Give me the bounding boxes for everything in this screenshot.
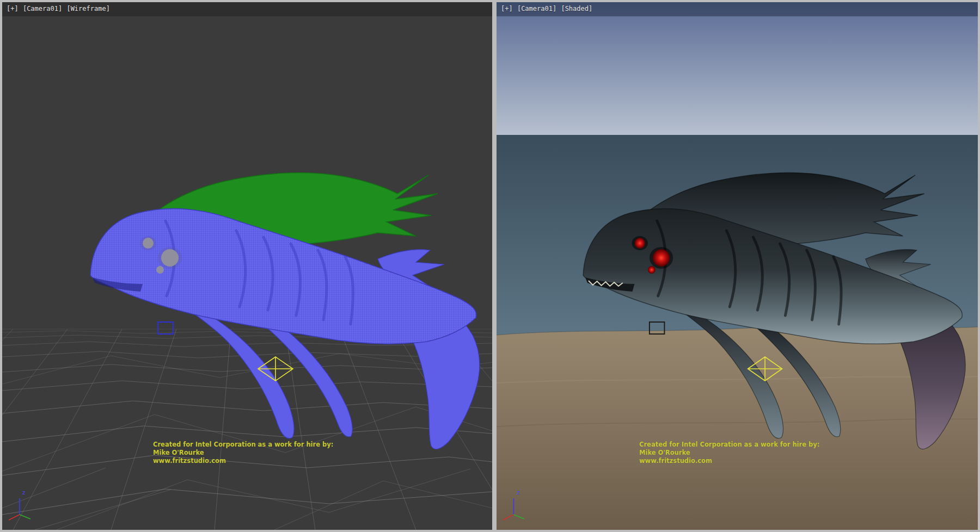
credit-line-2: Mike O'Rourke	[639, 449, 819, 457]
sky	[497, 2, 978, 135]
credit-line-1: Created for Intel Corporation as a work …	[639, 441, 819, 449]
credit-annotation: Created for Intel Corporation as a work …	[153, 441, 333, 465]
viewport-label-bar: [+] [Camera01] [Shaded]	[497, 2, 978, 16]
viewport-shaded[interactable]: [+] [Camera01] [Shaded] Created for Inte…	[497, 2, 978, 530]
credit-line-2: Mike O'Rourke	[153, 449, 333, 457]
credit-line-1: Created for Intel Corporation as a work …	[153, 441, 333, 449]
axis-z-label: z	[517, 490, 519, 496]
viewport-shading-label[interactable]: [Shaded]	[561, 5, 592, 13]
viewport-menu-button[interactable]: [+]	[7, 5, 19, 13]
viewport-shading-label[interactable]: [Wireframe]	[66, 5, 109, 13]
axis-z-label: z	[22, 490, 25, 496]
viewport-divider[interactable]	[492, 0, 497, 532]
viewport-camera-label[interactable]: [Camera01]	[23, 5, 62, 13]
viewport-menu-button[interactable]: [+]	[501, 5, 513, 13]
credit-annotation: Created for Intel Corporation as a work …	[639, 441, 819, 465]
credit-line-3: www.fritzstudio.com	[153, 457, 333, 465]
viewport-wireframe[interactable]: [+] [Camera01] [Wireframe] Created for I…	[2, 2, 492, 530]
viewport-label-bar: [+] [Camera01] [Wireframe]	[2, 2, 492, 16]
credit-line-3: www.fritzstudio.com	[639, 457, 819, 465]
viewport-camera-label[interactable]: [Camera01]	[517, 5, 556, 13]
